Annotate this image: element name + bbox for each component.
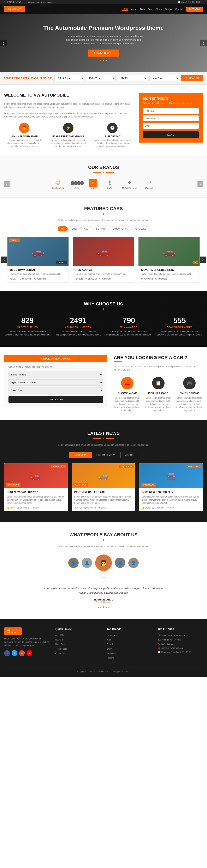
- car-card-1: 🚗 $149,851 MUMBAI BLUE BMW SEDAN Lorem i…: [7, 237, 69, 283]
- nav-team[interactable]: Team: [156, 8, 162, 10]
- hero-dot-3[interactable]: [106, 60, 107, 61]
- googleplus-button[interactable]: g+: [19, 650, 25, 656]
- looking-feature-title-3: ENJOY DRIVING: [176, 392, 203, 395]
- nav-about[interactable]: About: [131, 8, 137, 10]
- news-likes-1[interactable]: 👍 Likes: [7, 507, 14, 509]
- looking-feature-2: 📋 PICK UP A CARD Lorem ipsum dolor sit a…: [145, 377, 172, 412]
- footer-brand-mercedes[interactable]: Mercedes: [107, 652, 116, 655]
- hero-description: Lorem ipsum dolor sit amet, consectetur …: [62, 34, 145, 45]
- avatars-row: 👤 👤 👩 👤 👤: [4, 555, 203, 571]
- brands-next-arrow[interactable]: ❯: [198, 181, 203, 187]
- twitter-button[interactable]: t: [11, 650, 18, 656]
- filter-ferrari[interactable]: FERRARI: [93, 226, 108, 231]
- feature-3: 🕐 SUPPORT 24/7 Lorem ipsum dolor sit ame…: [93, 123, 133, 148]
- road-price-city-select[interactable]: Select City: [8, 387, 103, 394]
- feature-text-1: Lorem ipsum dolor sit amet, consectetur …: [4, 138, 44, 148]
- max-price-select[interactable]: Max Price: [149, 75, 179, 81]
- car-type-3: 🔧 Automatic: [155, 278, 167, 280]
- road-price-model-select[interactable]: Type To Enter Car Name: [8, 379, 103, 385]
- avatar-active[interactable]: 👩: [95, 555, 112, 571]
- news-share-3[interactable]: ↗ Share: [166, 507, 174, 509]
- hero-next-arrow[interactable]: ❯: [200, 39, 207, 46]
- brand-audi[interactable]: ⬤⬤⬤⬤ Audi: [70, 179, 83, 189]
- filter-mercedes[interactable]: MERCEDES: [131, 226, 149, 231]
- nav-page[interactable]: Page: [148, 8, 153, 10]
- send-button[interactable]: SEND: [143, 131, 199, 138]
- footer-link-contact[interactable]: Contact Us: [56, 652, 66, 655]
- news-comments-2[interactable]: 💬 Comment: [84, 507, 96, 509]
- last-name-input[interactable]: [143, 116, 199, 121]
- hero-prev-arrow[interactable]: ❮: [0, 39, 7, 46]
- car-location-1: MUMBAI: [56, 261, 67, 264]
- cars-next-arrow[interactable]: ❯: [200, 256, 206, 263]
- year-select[interactable]: Make Year: [86, 75, 116, 81]
- road-price-year-select[interactable]: Search All Year: [8, 372, 103, 378]
- hero-dot-1[interactable]: [100, 60, 101, 61]
- news-tab-reviews[interactable]: EXPERT REVIEWS: [92, 452, 120, 458]
- brand-porsche[interactable]: 🛡 Porsche: [143, 179, 155, 189]
- nav-contact[interactable]: Contact: [175, 8, 183, 10]
- footer-logo: VW AUTOMOBILES: [4, 627, 22, 635]
- news-category-3: CARS NEWS: [141, 483, 156, 487]
- youtube-button[interactable]: ▶: [27, 650, 32, 656]
- footer-address: 📍VW AUTOMOBILE PVT. LTD.: [158, 633, 203, 638]
- discover-button[interactable]: DISCOVER MORE: [88, 50, 119, 57]
- brand-select[interactable]: Select Brand: [55, 75, 84, 81]
- search-label: SEARCH VEHICLES EASY SEARCH FROM HERE: [4, 77, 53, 80]
- filter-all[interactable]: ALL: [58, 226, 68, 231]
- footer-brand-ferrari[interactable]: Ferrari: [107, 643, 113, 646]
- first-name-input[interactable]: [143, 108, 199, 114]
- check-now-button[interactable]: CHECK NOW: [8, 396, 103, 403]
- brand-bmw[interactable]: ◎ BMW: [104, 179, 116, 189]
- hero-dot-2[interactable]: [103, 60, 104, 61]
- footer-link-about[interactable]: About Us: [56, 634, 64, 636]
- footer-brand-lamborghini[interactable]: Lamborghini: [107, 634, 118, 636]
- buy-now-button[interactable]: BUY NOW: [186, 7, 203, 11]
- footer-brand-porsche[interactable]: Porsche: [107, 657, 114, 659]
- testimonial-author: ELISHA N. ARCO: [4, 598, 203, 601]
- brands-prev-arrow[interactable]: ❮: [4, 181, 9, 187]
- news-tab-cars[interactable]: CARS NEWS: [69, 452, 92, 458]
- quick-links-list: About Us New Cars Used Cars Testimonials…: [56, 633, 101, 655]
- email-input[interactable]: [143, 123, 199, 129]
- road-price-box: CHECK ON ROAD PRICE Certain areas are re…: [4, 355, 107, 407]
- news-body-2: BEST NEW CAR FOR 2017 Lorem ipsum dolor …: [72, 488, 135, 512]
- nav-home[interactable]: Home: [122, 7, 128, 11]
- news-share-1[interactable]: ↗ Share: [31, 507, 39, 509]
- news-comments-1[interactable]: 💬 Comment: [16, 507, 29, 509]
- filter-lamborghini[interactable]: LAMBORGHINI: [109, 226, 130, 231]
- search-button[interactable]: 🔍 SEARCH: [181, 75, 203, 81]
- footer-brand-audi[interactable]: Audi: [107, 639, 111, 641]
- filter-bmw[interactable]: BMW: [69, 226, 80, 231]
- brand-lamborghini[interactable]: 🔱 Lamborghini: [52, 179, 64, 189]
- footer-phone: 📞(516) 356-5373: [158, 642, 203, 646]
- footer-link-testimonials[interactable]: Testimonials: [56, 648, 67, 650]
- footer-brand-bmw[interactable]: BMW: [107, 648, 111, 650]
- news-share-2[interactable]: ↗ Share: [98, 507, 106, 509]
- brand-mercedes[interactable]: ✦ Mercedes-Benz: [122, 179, 137, 189]
- looking-feature-1: 🚗 CHOOSE A CAR Lorem ipsum dolor sit ame…: [114, 377, 141, 412]
- avatar-5[interactable]: 👤: [128, 558, 139, 568]
- min-price-select[interactable]: Min Price: [118, 75, 147, 81]
- avatar-2[interactable]: 👤: [82, 558, 92, 568]
- brands-title: OUR BRANDS: [4, 165, 203, 170]
- cars-prev-arrow[interactable]: ❮: [1, 256, 7, 263]
- footer-link-used-cars[interactable]: Used Cars: [56, 643, 65, 646]
- avatar-1[interactable]: 👤: [68, 558, 79, 568]
- stat-number-3: 790: [106, 316, 152, 325]
- facebook-button[interactable]: f: [4, 650, 10, 656]
- footer-link-new-cars[interactable]: New Cars: [56, 639, 65, 641]
- news-actions-2: 👍 Likes 💬 Comment ↗ Share: [74, 507, 133, 509]
- avatar-4[interactable]: 👤: [115, 558, 125, 568]
- news-likes-3[interactable]: 👍 Likes: [142, 507, 150, 509]
- feature-title-1: HIGHLY TRAINED STAFF: [4, 135, 44, 137]
- filter-audi[interactable]: AUDI: [81, 226, 92, 231]
- stat-label-2: VEHICLES IN STOCK: [55, 326, 101, 329]
- site-logo[interactable]: VW AUTOMOBILES AUTOMOBILES: [4, 6, 25, 12]
- nav-gallery[interactable]: Gallery: [165, 8, 172, 10]
- news-comments-3[interactable]: 💬 Comment: [152, 507, 164, 509]
- news-likes-2[interactable]: 👍 Likes: [74, 507, 82, 509]
- brand-ferrari[interactable]: F Ferrari: [89, 179, 97, 189]
- nav-blog[interactable]: Blog: [140, 8, 145, 10]
- news-tab-videos[interactable]: VIDEOS: [120, 452, 138, 458]
